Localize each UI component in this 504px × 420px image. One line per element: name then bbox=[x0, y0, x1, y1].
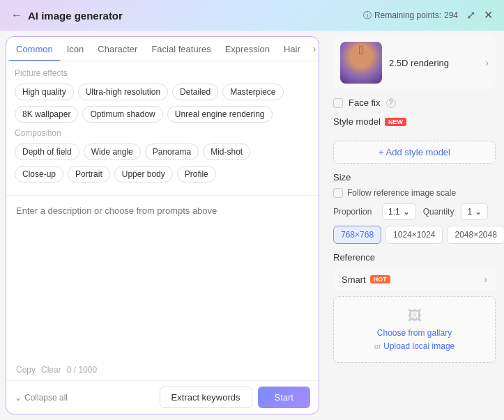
tab-common[interactable]: Common bbox=[9, 37, 60, 61]
collapse-all-button[interactable]: ⌄ Collapse all bbox=[15, 389, 68, 407]
smart-row[interactable]: Smart HOT › bbox=[333, 268, 496, 290]
tag-profile[interactable]: Profile bbox=[177, 166, 216, 182]
face-fix-label: Face fix bbox=[349, 98, 381, 108]
tab-hair[interactable]: Hair bbox=[277, 37, 307, 61]
resolution-1024[interactable]: 1024×1024 bbox=[385, 226, 443, 244]
add-style-button[interactable]: + Add style model bbox=[333, 141, 496, 164]
close-button[interactable]: ✕ bbox=[484, 10, 493, 21]
resolution-768[interactable]: 768×768 bbox=[333, 226, 381, 244]
right-panel: 𖤐 2.5D rendering › Face fix ? Style mode… bbox=[325, 31, 504, 420]
size-title: Size bbox=[333, 172, 496, 182]
header-left: ← AI image generator bbox=[11, 10, 123, 22]
composition-tags-2: Close-up Portrait Upper body Profile bbox=[15, 166, 310, 182]
start-button[interactable]: Start bbox=[258, 387, 310, 408]
tag-depth-of-field[interactable]: Depth of field bbox=[15, 143, 79, 160]
tag-close-up[interactable]: Close-up bbox=[15, 166, 63, 182]
textarea-section: Copy Clear 0 / 1000 bbox=[6, 195, 319, 380]
collapse-icon: ⌄ bbox=[15, 393, 22, 403]
app-header: ← AI image generator ⓘ Remaining points:… bbox=[0, 0, 504, 31]
back-button[interactable]: ← bbox=[11, 10, 22, 21]
remaining-label: Remaining points: bbox=[374, 10, 441, 20]
size-label: Size bbox=[333, 172, 351, 182]
header-right: ⓘ Remaining points: 294 ⤢ ✕ bbox=[363, 10, 493, 22]
reference-label: Reference bbox=[333, 252, 375, 263]
proportion-label: Proportion bbox=[333, 207, 375, 217]
tab-facial-features[interactable]: Facial features bbox=[144, 37, 217, 61]
info-icon: ⓘ bbox=[363, 10, 372, 22]
smart-label: Smart bbox=[342, 274, 366, 285]
tabs-bar: Common Icon Character Facial features Ex… bbox=[6, 37, 319, 61]
remaining-points: ⓘ Remaining points: 294 bbox=[363, 10, 458, 22]
tag-detailed[interactable]: Detailed bbox=[172, 84, 218, 100]
clear-button[interactable]: Clear bbox=[41, 365, 61, 375]
picture-effects-label: Picture effects bbox=[15, 68, 310, 78]
prompt-textarea[interactable] bbox=[6, 196, 319, 359]
style-model-badge: NEW bbox=[385, 118, 406, 126]
reference-section: Reference Smart HOT › 🖼 Choose from gall… bbox=[333, 252, 496, 363]
tag-optimum-shadow[interactable]: Optimum shadow bbox=[82, 106, 162, 123]
app-title: AI image generator bbox=[28, 10, 123, 22]
upload-area: 🖼 Choose from gallary or Upload local im… bbox=[333, 296, 496, 363]
face-fix-row: Face fix ? bbox=[333, 98, 496, 108]
copy-button[interactable]: Copy bbox=[16, 365, 36, 375]
composition-label: Composition bbox=[15, 128, 310, 138]
style-name: 2.5D rendering bbox=[389, 58, 449, 68]
tag-high-quality[interactable]: High quality bbox=[15, 84, 74, 100]
tag-unreal-engine[interactable]: Unreal engine rendering bbox=[167, 106, 273, 123]
left-bottom-bar: ⌄ Collapse all Extract keywords Start bbox=[6, 380, 319, 414]
extract-keywords-button[interactable]: Extract keywords bbox=[160, 387, 252, 408]
style-preview-chevron: › bbox=[485, 57, 489, 68]
tag-panorama[interactable]: Panorama bbox=[145, 143, 199, 160]
proportion-value: 1:1 bbox=[388, 207, 400, 217]
picture-effects-tags-2: 8K wallpaper Optimum shadow Unreal engin… bbox=[15, 106, 310, 123]
collapse-label: Collapse all bbox=[24, 393, 68, 403]
main-content: Common Icon Character Facial features Ex… bbox=[0, 31, 504, 420]
remaining-value: 294 bbox=[444, 10, 458, 20]
style-model-section: Style model NEW bbox=[333, 116, 496, 127]
left-panel: Common Icon Character Facial features Ex… bbox=[6, 36, 319, 414]
tag-ultra-high[interactable]: Ultra-high resolution bbox=[78, 84, 168, 100]
quantity-select[interactable]: 1 ⌄ bbox=[461, 203, 488, 220]
choose-gallery-link[interactable]: Choose from gallary bbox=[345, 328, 484, 338]
smart-left: Smart HOT bbox=[342, 274, 390, 285]
face-fix-checkbox[interactable] bbox=[333, 98, 343, 108]
quantity-label: Quantity bbox=[423, 207, 455, 217]
follow-ref-row: Follow reference image scale bbox=[333, 188, 496, 198]
tag-masterpiece[interactable]: Masterpiece bbox=[222, 84, 283, 100]
composition-tags-1: Depth of field Wide angle Panorama Mid-s… bbox=[15, 143, 310, 160]
tag-mid-shot[interactable]: Mid-shot bbox=[203, 143, 250, 160]
proportion-select[interactable]: 1:1 ⌄ bbox=[382, 203, 416, 220]
tabs-more-button[interactable]: › bbox=[307, 38, 319, 60]
proportion-chevron: ⌄ bbox=[403, 207, 410, 217]
style-preview-left: 𖤐 2.5D rendering bbox=[340, 42, 449, 84]
upload-local-link[interactable]: Upload local image bbox=[383, 341, 455, 351]
tag-8k-wallpaper[interactable]: 8K wallpaper bbox=[15, 106, 78, 123]
follow-ref-label: Follow reference image scale bbox=[347, 188, 456, 198]
proportion-row: Proportion 1:1 ⌄ Quantity 1 ⌄ bbox=[333, 203, 496, 220]
textarea-bottom: Copy Clear 0 / 1000 bbox=[6, 359, 319, 380]
face-fix-help-icon[interactable]: ? bbox=[386, 98, 396, 108]
back-icon: ← bbox=[11, 9, 22, 21]
smart-badge: HOT bbox=[370, 275, 390, 283]
style-model-title: Style model bbox=[333, 116, 381, 127]
preview-decoration: 𖤐 bbox=[359, 43, 364, 58]
quantity-value: 1 bbox=[467, 207, 472, 217]
tab-character[interactable]: Character bbox=[91, 37, 144, 61]
resolution-2048[interactable]: 2048×2048 bbox=[447, 226, 504, 244]
quantity-chevron: ⌄ bbox=[475, 207, 482, 217]
tag-wide-angle[interactable]: Wide angle bbox=[84, 143, 141, 160]
tab-expression[interactable]: Expression bbox=[218, 37, 277, 61]
smart-chevron: › bbox=[484, 274, 487, 285]
tag-upper-body[interactable]: Upper body bbox=[114, 166, 173, 182]
size-section: Size Follow reference image scale Propor… bbox=[333, 172, 496, 244]
tab-icon[interactable]: Icon bbox=[60, 37, 91, 61]
preview-image: 𖤐 bbox=[340, 42, 382, 84]
upload-icon: 🖼 bbox=[345, 308, 484, 324]
tags-area: Picture effects High quality Ultra-high … bbox=[6, 61, 319, 195]
resolution-row: 768×768 1024×1024 2048×2048 bbox=[333, 226, 496, 244]
tag-portrait[interactable]: Portrait bbox=[68, 166, 110, 182]
char-count: 0 / 1000 bbox=[67, 365, 97, 375]
style-preview[interactable]: 𖤐 2.5D rendering › bbox=[333, 36, 496, 89]
expand-button[interactable]: ⤢ bbox=[466, 10, 475, 21]
follow-ref-checkbox[interactable] bbox=[333, 188, 343, 198]
